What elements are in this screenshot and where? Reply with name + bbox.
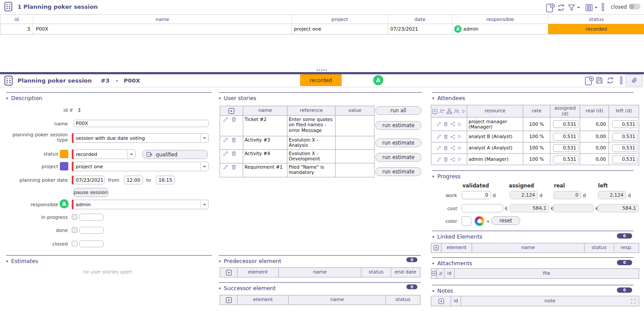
attendee-row[interactable]: analyst B (Analyst) 100 % 0,531 0,00 0,5… xyxy=(431,131,639,142)
responsible-select[interactable]: admin xyxy=(73,200,209,209)
delete-icon[interactable] xyxy=(443,145,448,151)
notes-expand-icon[interactable] xyxy=(630,298,636,304)
save-icon[interactable] xyxy=(595,76,603,84)
detail-more-icon[interactable] xyxy=(620,76,623,85)
project-select[interactable]: project one xyxy=(73,162,209,171)
attendee-row[interactable]: admin (Manager) 100 % 0,531 0,00 0,531 xyxy=(431,154,639,165)
predecessor-section-title[interactable]: ▾Predecessor element xyxy=(219,258,281,264)
user-story-row[interactable]: Activity #4 Evolution X - Development xyxy=(220,150,374,163)
delete-icon[interactable] xyxy=(231,137,237,143)
progress-section-title[interactable]: ▾Progress xyxy=(432,173,461,180)
edit-icon[interactable] xyxy=(436,157,441,162)
assigned-input[interactable]: 0,531 xyxy=(553,156,578,163)
edit-icon[interactable] xyxy=(223,137,228,143)
add-successor-icon[interactable] xyxy=(226,297,232,303)
closed-date-input[interactable] xyxy=(79,240,104,247)
user-story-row[interactable]: Ticket #2 Enter some quotes on filed nam… xyxy=(220,116,374,136)
run-estimate-button[interactable]: run estimate xyxy=(375,167,421,176)
estimates-section-title[interactable]: ▾Estimates xyxy=(6,258,38,264)
to-input[interactable]: 16:15 xyxy=(156,176,175,184)
refresh-icon[interactable] xyxy=(557,3,565,12)
from-input[interactable]: 12:00 xyxy=(124,176,143,184)
left-input[interactable]: 0,531 xyxy=(612,144,637,152)
attendee-row[interactable]: project manager (Manager) 100 % 0,531 0,… xyxy=(431,118,639,131)
share-icon[interactable] xyxy=(450,157,455,162)
color-caret-icon[interactable] xyxy=(486,220,490,224)
play-all-icon[interactable] xyxy=(461,109,466,114)
inprogress-date-input[interactable] xyxy=(79,214,104,221)
columns-icon[interactable] xyxy=(585,3,593,12)
closed-toggle[interactable] xyxy=(629,3,640,10)
edit-icon[interactable] xyxy=(223,117,228,122)
edit-icon[interactable] xyxy=(223,151,228,156)
play-icon[interactable] xyxy=(457,122,462,127)
attachments-section-title[interactable]: ▾Attachments xyxy=(432,260,472,267)
add-attachment-icon[interactable] xyxy=(432,271,437,276)
list-col-date[interactable]: date xyxy=(388,15,452,24)
team-icon[interactable] xyxy=(454,108,460,114)
detail-refresh-icon[interactable] xyxy=(606,76,614,84)
columns-caret-icon[interactable] xyxy=(594,6,598,10)
attendee-row[interactable]: analyst A (Analyst) 100 % 0,531 0,00 0,5… xyxy=(431,142,639,154)
user-story-row[interactable]: Activity #3 Evolutoin X - Analysis xyxy=(220,136,374,150)
run-estimate-button[interactable]: run estimate xyxy=(375,138,421,147)
pause-session-button[interactable]: pause session xyxy=(73,188,108,197)
list-col-status[interactable]: status xyxy=(548,15,644,24)
filter-icon[interactable] xyxy=(567,3,576,12)
attachment-drop-zone[interactable] xyxy=(626,74,643,87)
edit-icon[interactable] xyxy=(436,121,441,127)
successor-section-title[interactable]: ▾Successor element xyxy=(219,285,276,291)
org-icon[interactable] xyxy=(446,108,452,114)
list-col-responsible[interactable]: responsible xyxy=(452,15,548,24)
delete-icon[interactable] xyxy=(231,151,237,156)
left-input[interactable]: 0,531 xyxy=(612,156,637,163)
play-icon[interactable] xyxy=(457,134,462,139)
edit-icon[interactable] xyxy=(436,134,441,139)
delete-icon[interactable] xyxy=(443,134,448,139)
date-input[interactable]: 07/23/2021 xyxy=(73,176,105,184)
delete-icon[interactable] xyxy=(443,121,448,127)
done-date-input[interactable] xyxy=(79,227,104,234)
edit-icon[interactable] xyxy=(436,145,441,151)
done-checkbox[interactable] xyxy=(72,227,77,233)
add-resource-icon[interactable] xyxy=(439,108,445,114)
add-attendee-icon[interactable] xyxy=(432,109,438,114)
delete-icon[interactable] xyxy=(231,117,237,122)
list-col-name[interactable]: name xyxy=(33,15,292,24)
delete-icon[interactable] xyxy=(231,164,237,170)
add-predecessor-icon[interactable] xyxy=(226,270,232,276)
color-swatch[interactable] xyxy=(462,216,471,226)
run-all-button[interactable]: run all xyxy=(375,106,421,115)
list-col-project[interactable]: project xyxy=(292,15,388,24)
color-wheel-icon[interactable] xyxy=(475,216,484,226)
user-story-row[interactable]: Requirement #1 Filed "Name" is mandatory xyxy=(220,163,374,177)
play-icon[interactable] xyxy=(457,157,462,162)
splitter-grip[interactable] xyxy=(317,69,328,71)
share-icon[interactable] xyxy=(450,145,455,151)
add-linked-icon[interactable] xyxy=(434,245,439,250)
qualified-button[interactable]: qualified xyxy=(142,150,208,159)
assigned-input[interactable]: 0,531 xyxy=(553,144,578,152)
filter-caret-icon[interactable] xyxy=(577,6,581,10)
closed-checkbox[interactable] xyxy=(72,241,77,246)
reset-button[interactable]: reset xyxy=(491,216,520,225)
add-user-story-icon[interactable] xyxy=(228,108,234,114)
user-stories-section-title[interactable]: ▾User stories xyxy=(219,95,256,101)
delete-icon[interactable] xyxy=(443,157,448,162)
status-select[interactable]: recorded xyxy=(73,149,136,159)
share-icon[interactable] xyxy=(450,134,455,139)
attendees-section-title[interactable]: ▾Attendees xyxy=(432,95,465,101)
linked-section-title[interactable]: ▾Linked Elements xyxy=(432,233,483,240)
play-icon[interactable] xyxy=(457,145,462,150)
detail-new-icon[interactable] xyxy=(585,76,594,86)
list-row[interactable]: 3 P00X project one 07/23/2021 A admin re… xyxy=(0,24,644,35)
run-estimate-button[interactable]: run estimate xyxy=(375,121,421,130)
edit-icon[interactable] xyxy=(223,164,228,170)
name-input[interactable]: P00X xyxy=(73,120,209,127)
run-estimate-button[interactable]: run estimate xyxy=(375,153,421,162)
add-note-icon[interactable] xyxy=(438,298,444,304)
type-select[interactable]: session with due date voting xyxy=(73,133,209,143)
cost-validated-input[interactable] xyxy=(462,204,503,212)
list-col-id[interactable]: id xyxy=(0,15,33,24)
work-validated-input[interactable]: 0 xyxy=(462,191,491,199)
